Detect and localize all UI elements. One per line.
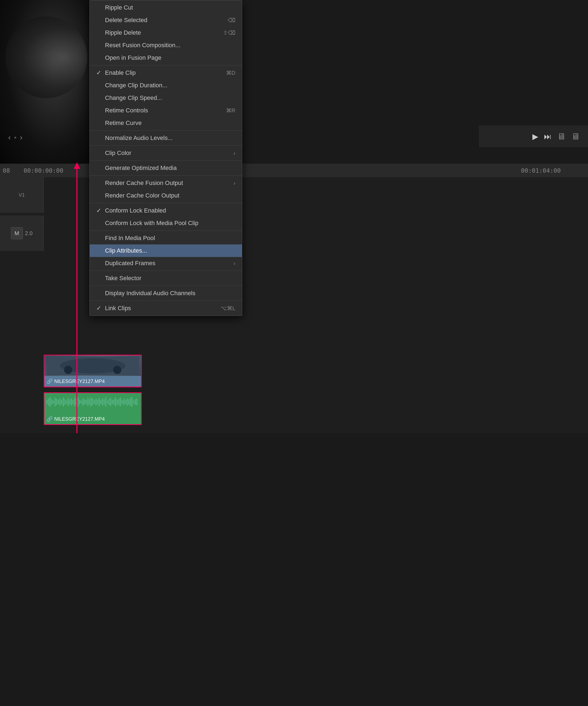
svg-rect-12	[58, 400, 59, 404]
svg-rect-50	[120, 398, 121, 406]
next-arrow[interactable]: ›	[20, 133, 23, 142]
menu-separator-17	[90, 175, 242, 176]
svg-rect-25	[79, 400, 80, 404]
svg-rect-11	[56, 399, 57, 405]
timeline-area: 08 00:00:00:00 00:01:04:00 V1 🔗 NILESGRE…	[0, 164, 588, 433]
menu-item-reset-fusion[interactable]: Reset Fusion Composition...	[90, 39, 242, 51]
svg-rect-16	[64, 399, 66, 405]
menu-label-ripple-delete: Ripple Delete	[105, 29, 218, 36]
menu-label-conform-lock-media-pool: Conform Lock with Media Pool Clip	[105, 220, 235, 227]
menu-shortcut-enable-clip: ⌘D	[226, 70, 235, 76]
svg-rect-24	[77, 397, 79, 407]
timeline-ruler: 08 00:00:00:00 00:01:04:00	[0, 164, 588, 177]
menu-item-delete-selected[interactable]: Delete Selected⌫	[90, 14, 242, 27]
svg-rect-34	[94, 400, 95, 404]
svg-rect-13	[60, 398, 61, 406]
menu-label-render-cache-color: Render Cache Color Output	[105, 192, 235, 199]
svg-rect-19	[69, 399, 70, 404]
menu-separator-13	[90, 145, 242, 146]
svg-rect-8	[51, 399, 52, 404]
menu-item-ripple-cut[interactable]: Ripple Cut	[90, 1, 242, 14]
svg-rect-38	[101, 400, 102, 404]
svg-rect-36	[97, 400, 98, 404]
menu-item-take-selector[interactable]: Take Selector	[90, 272, 242, 284]
menu-item-render-cache-fusion[interactable]: Render Cache Fusion Output›	[90, 177, 242, 189]
monitor-icon-2: 🖥	[571, 131, 580, 142]
context-menu: Ripple CutDelete Selected⌫Ripple Delete⇧…	[89, 0, 242, 316]
menu-item-normalize-audio[interactable]: Normalize Audio Levels...	[90, 132, 242, 144]
menu-label-clip-color: Clip Color	[105, 150, 231, 157]
menu-label-retime-curve: Retime Curve	[105, 119, 235, 127]
menu-item-find-in-media-pool[interactable]: Find In Media Pool	[90, 232, 242, 244]
svg-rect-40	[104, 399, 105, 404]
svg-point-2	[64, 366, 72, 374]
svg-rect-26	[81, 400, 82, 403]
audio-track-row: M 2.0	[0, 215, 588, 251]
menu-item-ripple-delete[interactable]: Ripple Delete⇧⌫	[90, 27, 242, 39]
menu-label-change-speed: Change Clip Speed...	[105, 94, 235, 102]
video-track-row: V1	[0, 177, 588, 213]
prev-arrow[interactable]: ‹	[8, 133, 11, 142]
timecode-start: 00:00:00:00	[24, 167, 64, 174]
svg-rect-5	[46, 400, 47, 404]
menu-item-duplicated-frames[interactable]: Duplicated Frames›	[90, 257, 242, 270]
menu-item-change-duration[interactable]: Change Clip Duration...	[90, 79, 242, 92]
link-icon-audio: 🔗	[47, 416, 53, 422]
svg-rect-33	[92, 399, 93, 405]
svg-rect-15	[63, 397, 64, 406]
menu-label-display-audio-channels: Display Individual Audio Channels	[105, 290, 235, 297]
menu-label-take-selector: Take Selector	[105, 275, 235, 282]
svg-rect-55	[128, 399, 129, 404]
svg-rect-18	[68, 398, 69, 406]
menu-item-retime-curve[interactable]: Retime Curve	[90, 117, 242, 129]
waveform-svg	[46, 394, 139, 409]
nav-dots: ‹ ● ›	[8, 133, 23, 142]
menu-separator-31	[90, 301, 242, 301]
menu-separator-27	[90, 271, 242, 271]
menu-label-enable-clip: Enable Clip	[105, 69, 221, 76]
svg-rect-47	[115, 397, 116, 406]
menu-item-open-fusion[interactable]: Open in Fusion Page	[90, 51, 242, 64]
menu-item-link-clips[interactable]: ✓Link Clips⌥⌘L	[90, 302, 242, 315]
menu-item-conform-lock-media-pool[interactable]: Conform Lock with Media Pool Clip	[90, 217, 242, 229]
menu-item-display-audio-channels[interactable]: Display Individual Audio Channels	[90, 287, 242, 300]
playhead[interactable]	[76, 164, 77, 433]
video-track-label: V1	[18, 192, 25, 198]
svg-rect-57	[131, 397, 132, 407]
svg-rect-54	[126, 398, 128, 406]
skip-to-end-button[interactable]: ⏭	[544, 132, 551, 141]
svg-rect-37	[99, 398, 100, 406]
svg-rect-59	[135, 399, 136, 405]
play-button[interactable]: ▶	[533, 132, 538, 141]
menu-item-clip-color[interactable]: Clip Color›	[90, 147, 242, 159]
video-clip[interactable]: 🔗 NILESGREY2127.MP4	[44, 355, 142, 387]
mute-button[interactable]: M	[11, 227, 23, 239]
menu-item-conform-lock-enabled[interactable]: ✓Conform Lock Enabled	[90, 204, 242, 217]
audio-clip[interactable]: 🔗 NILESGREY2127.MP4	[44, 392, 142, 425]
svg-rect-35	[95, 399, 96, 405]
svg-rect-27	[82, 398, 83, 406]
menu-item-retime-controls[interactable]: Retime Controls⌘R	[90, 104, 242, 117]
menu-shortcut-delete-selected: ⌫	[228, 17, 235, 24]
menu-item-change-speed[interactable]: Change Clip Speed...	[90, 92, 242, 104]
menu-check-conform-lock-enabled: ✓	[96, 207, 103, 214]
menu-arrow-render-cache-fusion: ›	[233, 180, 235, 186]
menu-item-clip-attributes[interactable]: Clip Attributes...	[90, 244, 242, 257]
svg-rect-6	[48, 399, 49, 405]
menu-check-link-clips: ✓	[96, 305, 103, 312]
menu-label-open-fusion: Open in Fusion Page	[105, 54, 235, 62]
audio-track-header: M 2.0	[0, 215, 44, 251]
svg-rect-17	[66, 400, 67, 404]
svg-point-3	[113, 366, 121, 374]
svg-rect-46	[113, 399, 115, 405]
transport-bar: ▶ ⏭ 🖥 🖥	[479, 125, 588, 147]
svg-rect-44	[110, 398, 111, 406]
menu-item-enable-clip[interactable]: ✓Enable Clip⌘D	[90, 67, 242, 79]
menu-item-render-cache-color[interactable]: Render Cache Color Output	[90, 189, 242, 202]
svg-rect-32	[90, 397, 92, 406]
svg-rect-42	[107, 400, 108, 403]
svg-rect-14	[61, 400, 62, 404]
svg-rect-39	[102, 398, 103, 406]
menu-item-generate-optimized[interactable]: Generate Optimized Media	[90, 162, 242, 174]
video-clip-thumbnail	[44, 355, 141, 376]
